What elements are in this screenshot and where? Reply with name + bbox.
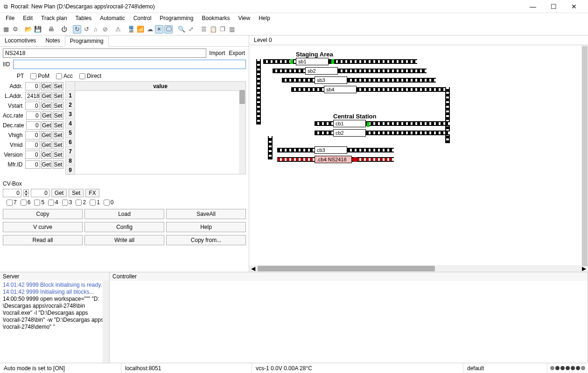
menu-control[interactable]: Control: [130, 14, 155, 22]
get-button[interactable]: Get: [41, 160, 52, 169]
set-button[interactable]: Set: [53, 160, 63, 169]
cv-value[interactable]: 0: [25, 102, 40, 110]
menu-automatic[interactable]: Automatic: [96, 14, 128, 22]
block-cb3[interactable]: cb3: [315, 146, 347, 154]
radio-pt[interactable]: PT: [17, 73, 24, 79]
tab-locomotives[interactable]: Locomotives: [0, 35, 41, 46]
cvbox-input-b[interactable]: [31, 189, 49, 197]
set-button[interactable]: Set: [53, 141, 63, 149]
cv-value[interactable]: 0: [25, 141, 40, 149]
iid-input[interactable]: [13, 60, 246, 69]
chk-0[interactable]: 0: [104, 199, 114, 206]
plan-canvas[interactable]: Staging Area Central Station sb1 sb2 sb3…: [249, 45, 588, 272]
train-icon[interactable]: 🚆: [127, 25, 135, 34]
get-button[interactable]: Get: [41, 151, 52, 159]
light-icon[interactable]: ☀: [155, 25, 163, 34]
saveall-button[interactable]: SaveAll: [166, 209, 246, 219]
menu-file[interactable]: File: [2, 14, 18, 22]
minimize-button[interactable]: —: [523, 0, 543, 13]
chk-2[interactable]: 2: [76, 199, 86, 206]
plan-vscroll[interactable]: [581, 45, 588, 265]
server-log[interactable]: 14:01:42 9999 Block initialising is read…: [0, 281, 109, 363]
cv-value[interactable]: 0: [25, 151, 40, 159]
writeall-button[interactable]: Write all: [84, 235, 164, 245]
search-icon[interactable]: 🔍: [177, 25, 186, 34]
cvbox-fx-button[interactable]: FX: [85, 189, 99, 197]
cvbox-set-button[interactable]: Set: [69, 189, 84, 197]
menu-trackplan[interactable]: Track plan: [37, 14, 71, 22]
warn-icon[interactable]: ⚠: [114, 25, 122, 34]
copy-button[interactable]: Copy: [3, 209, 83, 219]
print-icon[interactable]: 🖶: [47, 25, 55, 34]
menu-bookmarks[interactable]: Bookmarks: [198, 14, 233, 22]
readall-button[interactable]: Read all: [3, 235, 83, 245]
set-button[interactable]: Set: [53, 82, 63, 90]
set-button[interactable]: Set: [53, 92, 63, 100]
panel-icon[interactable]: ▥: [228, 25, 236, 34]
menu-programming[interactable]: Programming: [156, 14, 197, 22]
cv-value[interactable]: 0: [25, 160, 40, 169]
import-button[interactable]: Import: [208, 50, 226, 56]
block-sb1[interactable]: sb1: [296, 58, 329, 65]
open-icon[interactable]: 📂: [24, 25, 33, 34]
set-button[interactable]: Set: [53, 131, 63, 139]
cv-value[interactable]: 0: [26, 111, 41, 120]
value-scrollbar[interactable]: [239, 82, 245, 174]
block-cb2[interactable]: cb2: [333, 129, 366, 137]
chk-4[interactable]: 4: [48, 199, 58, 206]
chk-7[interactable]: 7: [7, 199, 17, 206]
export-button[interactable]: Export: [228, 50, 246, 56]
cvbox-get-button[interactable]: Get: [51, 189, 67, 197]
help-button[interactable]: Help: [166, 222, 246, 232]
loco-select[interactable]: NS2418: [3, 48, 206, 58]
block-cb4[interactable]: .cb4 NS2418: [315, 156, 352, 163]
power-icon[interactable]: ⏻: [60, 25, 68, 34]
radio-acc[interactable]: Acc: [56, 73, 73, 79]
set-button[interactable]: Set: [53, 151, 63, 159]
reset-icon[interactable]: ↺: [82, 25, 91, 34]
chk-5[interactable]: 5: [34, 199, 44, 206]
get-button[interactable]: Get: [41, 82, 52, 90]
menu-help[interactable]: Help: [255, 14, 274, 22]
menu-edit[interactable]: Edit: [19, 14, 36, 22]
clip-icon[interactable]: 📋: [209, 25, 217, 34]
copyfrom-button[interactable]: Copy from...: [166, 235, 246, 245]
set-button[interactable]: Set: [53, 121, 63, 130]
menu-view[interactable]: View: [234, 14, 254, 22]
tab-programming[interactable]: Programming: [65, 36, 109, 47]
server-log-scroll[interactable]: [103, 281, 109, 363]
display-icon[interactable]: 🖵: [164, 25, 173, 34]
block-sb3[interactable]: sb3: [315, 76, 347, 84]
get-button[interactable]: Get: [41, 131, 52, 139]
set-button[interactable]: Set: [53, 102, 63, 110]
auto-icon[interactable]: ↻: [73, 25, 81, 34]
wifi-icon[interactable]: 📶: [136, 25, 145, 34]
save-icon[interactable]: 💾: [34, 25, 42, 34]
radio-pom[interactable]: PoM: [30, 73, 49, 79]
chk-6[interactable]: 6: [21, 199, 31, 206]
spinner[interactable]: ▲▼: [23, 189, 29, 197]
list-icon[interactable]: ☰: [200, 25, 208, 34]
chk-3[interactable]: 3: [62, 199, 72, 206]
cvbox-input-a[interactable]: [3, 189, 21, 197]
toolbar-icon[interactable]: ▦: [2, 25, 10, 34]
load-button[interactable]: Load: [84, 209, 164, 219]
config-button[interactable]: Config: [84, 222, 164, 232]
expand-icon[interactable]: ⤢: [187, 25, 195, 34]
radio-direct[interactable]: Direct: [79, 73, 101, 79]
tab-notes[interactable]: Notes: [41, 35, 64, 46]
value-table[interactable]: 123 456 789 value: [65, 81, 246, 174]
menu-tables[interactable]: Tables: [72, 14, 96, 22]
chk-1[interactable]: 1: [90, 199, 100, 206]
block-sb4[interactable]: sb4: [324, 86, 357, 93]
cloud-icon[interactable]: ☁: [146, 25, 154, 34]
cv-value[interactable]: 2418: [25, 92, 40, 100]
level-tab[interactable]: Level 0: [249, 35, 588, 45]
get-button[interactable]: Get: [41, 92, 52, 100]
block-sb2[interactable]: sb2: [305, 67, 338, 75]
gear-icon[interactable]: ⚙: [11, 25, 20, 34]
maximize-button[interactable]: ☐: [543, 0, 564, 13]
controller-log[interactable]: [110, 281, 588, 363]
cv-value[interactable]: 0: [26, 121, 41, 130]
get-button[interactable]: Get: [41, 141, 52, 149]
